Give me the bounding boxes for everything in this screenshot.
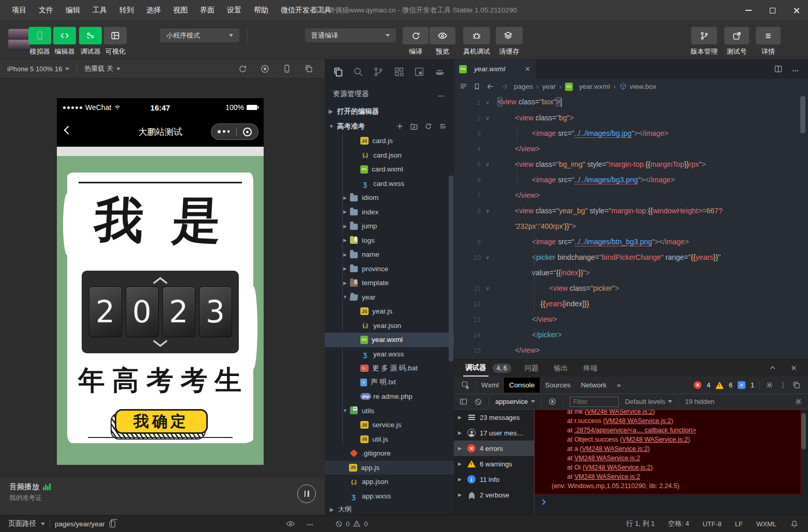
tree-item-name[interactable]: ▶name [325,247,454,262]
warning-count-icon[interactable] [715,382,724,389]
console-prompt[interactable] [535,494,808,515]
chevron-down-icon[interactable] [151,339,169,347]
visualization-button[interactable]: 可视化 [103,27,128,56]
console-group-bug[interactable]: ▶2 verbose [454,487,534,503]
device-select[interactable]: iPhone 5 100% 16 [0,59,77,78]
menu-item[interactable]: 转到 [115,4,139,17]
tree-chevron-icon[interactable]: ▶ [341,252,349,257]
tree-item-card.wxss[interactable]: ʒcard.wxss [325,177,454,191]
compile-button[interactable]: 编译 [402,27,429,56]
code-line[interactable]: 4</view> [454,141,808,157]
page-path-label[interactable]: 页面路径 [8,519,36,528]
restart-icon[interactable] [238,64,248,74]
code-line[interactable]: 9<image src="../../images/btn_bg3.png"><… [454,234,808,249]
detail-button[interactable]: 详情 [756,27,781,56]
window-tool-icon[interactable] [414,66,425,77]
stack-link[interactable]: VM248 WAService.js:2 [574,473,640,480]
code-line[interactable]: 10∨<picker bindchange="bindPickerChange"… [454,249,808,265]
tab-year-wxml[interactable]: <> year.wxml ✕ [454,59,536,79]
cursor-position[interactable]: 行 1, 列 1 [627,519,655,528]
new-folder-icon[interactable] [410,122,418,131]
chevron-up-icon[interactable] [151,277,169,285]
console-group-err[interactable]: ▶✕4 errors [454,441,534,456]
stack-link[interactable]: VM248 WAService.js:2 [622,436,688,443]
tree-chevron-icon[interactable]: ▶ [341,195,349,200]
stop-icon[interactable] [260,64,270,74]
editor-more-icon[interactable]: … [792,65,800,73]
breadcrumb-item-year.wxml[interactable]: <>year.wxml [565,83,610,91]
tree-item--.bat[interactable]: >_更 多 源 码.bat [325,361,454,375]
fold-chevron-icon[interactable]: ∨ [481,208,494,214]
open-editors-section[interactable]: ▶打开的编辑器 [325,104,454,119]
fold-chevron-icon[interactable]: ∨ [481,161,494,168]
tree-item-year.wxss[interactable]: ʒyear.wxss [325,347,454,362]
breadcrumb-item-year[interactable]: year [542,83,556,90]
tree-item-year.json[interactable]: {..}year.json [325,319,454,333]
fold-chevron-icon[interactable]: ∨ [481,254,494,261]
stack-link[interactable]: :28754/appservice/<a… callback function> [574,427,696,434]
problems-summary[interactable]: 0 0 [325,520,454,528]
hot-reload-toggle[interactable]: 热重载 关 [77,59,128,78]
tab-problems[interactable]: 问题 [523,364,541,373]
close-tab-icon[interactable]: ✕ [525,65,530,73]
capsule-menu[interactable] [211,123,258,140]
code-line[interactable]: 2∨<view class="bg"> [454,110,808,126]
code-line[interactable]: 3<image src="../../images/bg.jpg"></imag… [454,126,808,141]
tree-chevron-icon[interactable]: ▶ [341,209,349,214]
menu-item[interactable]: 帮助 [249,4,273,17]
tree-item-template[interactable]: ▶template [325,276,454,290]
device-debug-button[interactable]: 真机调试 [462,27,492,56]
collapse-panel-icon[interactable] [769,364,776,372]
avatar[interactable] [8,29,30,51]
year-picker[interactable]: 2023 [82,271,239,353]
tree-item-index[interactable]: ▶index [325,205,454,220]
code-line[interactable]: 12{{years[index]}} [454,296,808,311]
stack-link[interactable]: VM248 WAService.js:2 [582,445,648,452]
console-eye-icon[interactable] [548,397,557,406]
back-icon[interactable] [64,126,73,135]
pause-button[interactable] [297,484,316,503]
fold-chevron-icon[interactable]: ∨ [481,99,494,106]
tree-chevron-icon[interactable]: ▼ [341,294,349,300]
tree-chevron-icon[interactable]: ▶ [341,238,349,243]
menu-item[interactable]: 文件 [34,4,58,17]
tree-item-logs[interactable]: ▶logs [325,233,454,248]
whale-icon[interactable] [434,66,446,77]
compile-mode-select[interactable]: 普通编译 [305,28,396,42]
console-settings-gear-icon[interactable] [794,397,803,406]
code-line[interactable]: 8∨<view class="year_bg" style="margin-to… [454,203,808,218]
editor-scrollbar[interactable] [800,96,805,133]
copy-path-icon[interactable] [110,521,115,527]
code-line[interactable]: 6<image src="../../images/bg3.png"></ima… [454,172,808,187]
path-eye-icon[interactable] [286,519,295,528]
git-branch-icon[interactable] [373,66,384,77]
tree-chevron-icon[interactable]: ▼ [341,408,349,413]
simulator-button[interactable]: 模拟器 [27,27,52,56]
code-line[interactable]: 13</view> [454,311,808,327]
language-mode[interactable]: WXML [756,520,776,528]
code-line[interactable]: 5∨<view class="bg_img" style="margin-top… [454,157,808,172]
filter-input[interactable] [570,397,619,407]
tree-item-year.js[interactable]: JSyear.js [325,304,454,319]
tree-item-re-adme.php[interactable]: phpre adme.php [325,389,454,404]
code-line[interactable]: 11∨<view class="picker"> [454,280,808,296]
menu-item[interactable]: 界面 [195,4,219,17]
eol-type[interactable]: LF [735,520,743,528]
tree-chevron-icon[interactable]: ▶ [341,224,349,229]
code-line[interactable]: 7</view> [454,187,808,203]
bookmark-icon[interactable] [473,83,481,90]
menu-item[interactable]: 工具 [88,4,112,17]
tree-item-year.wxml[interactable]: <>year.wxml [325,333,454,347]
message-count-icon[interactable]: ≡ [738,381,745,389]
device-frame-icon[interactable] [282,64,292,74]
tree-item-card.json[interactable]: {..}card.json [325,148,454,163]
extensions-icon[interactable] [393,66,405,77]
nav-back-icon[interactable] [486,82,495,91]
multi-window-icon[interactable] [304,64,313,74]
tree-item-utils[interactable]: ▼utils [325,404,454,418]
maximize-button[interactable] [760,0,784,21]
minimize-button[interactable] [737,0,760,21]
code-line[interactable]: 1∨<view class="box"> [454,95,808,110]
debugger-button[interactable]: 调试器 [78,27,103,56]
path-more-icon[interactable]: … [307,519,314,528]
